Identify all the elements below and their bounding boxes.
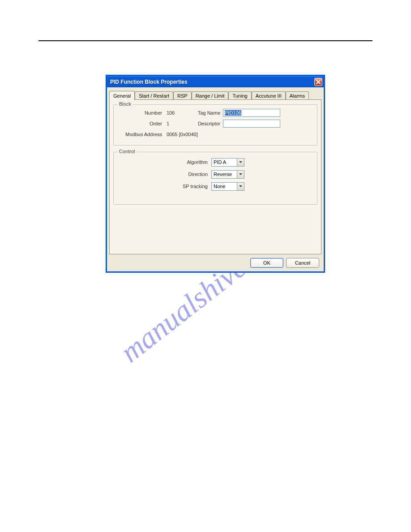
tab-label: Start / Restart <box>139 93 169 99</box>
order-label: Order <box>114 121 162 126</box>
cancel-button[interactable]: Cancel <box>286 258 319 268</box>
tab-label: RSP <box>177 93 188 99</box>
tabstrip: General Start / Restart RSP Range / Limi… <box>109 90 321 99</box>
number-value: 106 <box>167 110 189 116</box>
dialog-title: PID Function Block Properties <box>110 79 188 85</box>
group-control-legend: Control <box>117 149 137 154</box>
tab-label: General <box>113 93 131 99</box>
sptracking-value: None <box>214 184 225 189</box>
chevron-down-icon <box>239 185 242 187</box>
descriptor-label: Descriptor <box>189 121 220 126</box>
direction-dropdown-button[interactable] <box>237 170 244 179</box>
tagname-value: PID106 <box>225 110 241 116</box>
tab-label: Alarms <box>290 93 305 99</box>
modbus-value: 0065 [0x0040] <box>167 132 198 137</box>
chevron-down-icon <box>239 173 242 175</box>
tab-rsp[interactable]: RSP <box>173 91 192 100</box>
titlebar: PID Function Block Properties <box>107 76 324 87</box>
close-button[interactable] <box>314 78 322 86</box>
tagname-label: Tag Name <box>189 110 220 116</box>
algorithm-dropdown-button[interactable] <box>237 158 244 167</box>
direction-label: Direction <box>114 172 208 177</box>
tab-start-restart[interactable]: Start / Restart <box>135 91 173 100</box>
tab-panel-general: Block Number 106 Tag Name PID106 Order 1… <box>109 99 321 254</box>
tab-range-limit[interactable]: Range / Limit <box>192 91 229 100</box>
group-block: Block Number 106 Tag Name PID106 Order 1… <box>113 104 317 146</box>
group-block-legend: Block <box>117 101 133 107</box>
tab-label: Accutune III <box>256 93 282 99</box>
ok-button[interactable]: OK <box>250 258 283 268</box>
tab-label: Tuning <box>232 93 247 99</box>
order-value: 1 <box>167 121 189 126</box>
chevron-down-icon <box>239 161 242 163</box>
tagname-field[interactable]: PID106 <box>223 109 280 117</box>
dialog-buttons: OK Cancel <box>250 258 319 268</box>
sptracking-select[interactable]: None <box>211 182 244 191</box>
tab-label: Range / Limit <box>196 93 225 99</box>
tab-tuning[interactable]: Tuning <box>228 91 251 100</box>
algorithm-value: PID A <box>214 159 226 165</box>
tab-general[interactable]: General <box>109 91 135 100</box>
algorithm-select[interactable]: PID A <box>211 158 244 167</box>
algorithm-label: Algorithm <box>114 159 208 165</box>
modbus-label: Modbus Address <box>114 132 162 137</box>
page-top-rule <box>39 40 372 41</box>
descriptor-field[interactable] <box>223 120 280 128</box>
properties-dialog: PID Function Block Properties General St… <box>106 75 325 273</box>
number-label: Number <box>114 110 162 116</box>
sptracking-label: SP tracking <box>114 184 208 189</box>
close-icon <box>316 80 321 84</box>
sptracking-dropdown-button[interactable] <box>237 182 244 191</box>
direction-select[interactable]: Reverse <box>211 170 244 179</box>
direction-value: Reverse <box>214 172 232 177</box>
tab-alarms[interactable]: Alarms <box>286 91 309 100</box>
tab-accutune[interactable]: Accutune III <box>252 91 286 100</box>
group-control: Control Algorithm PID A Direction Revers… <box>113 152 317 205</box>
